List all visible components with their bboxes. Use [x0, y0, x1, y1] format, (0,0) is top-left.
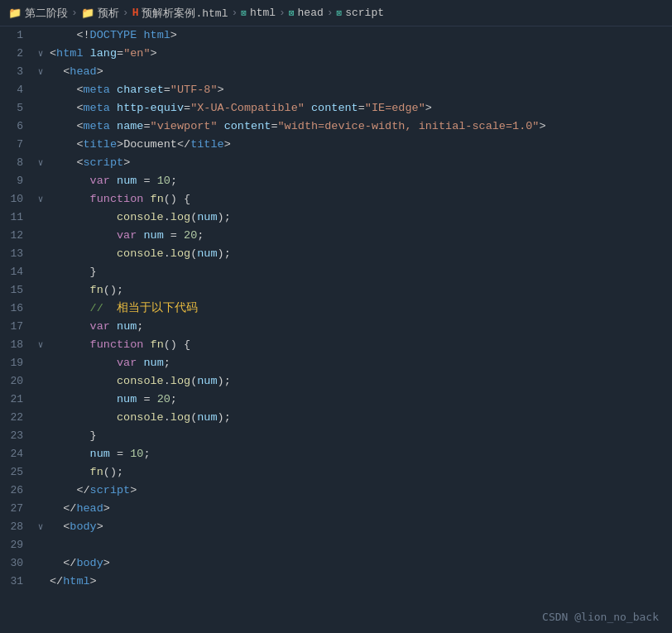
line-number: 15	[0, 281, 35, 300]
line-number: 9	[0, 172, 35, 190]
code-line: 22 console.log(num);	[0, 409, 672, 427]
script-tag-icon: ⊠	[337, 7, 343, 18]
fold-arrow[interactable]: ∨	[35, 190, 46, 209]
code-line: 30 </body>	[0, 554, 672, 573]
code-line: 12 var num = 20;	[0, 227, 672, 245]
breadcrumb-sep-5: ›	[327, 7, 334, 19]
fold-arrow[interactable]: ∨	[35, 45, 46, 63]
line-number: 29	[0, 536, 35, 554]
line-number: 21	[0, 391, 35, 409]
code-line: 23 }	[0, 427, 672, 445]
line-number: 8	[0, 154, 35, 172]
line-number: 11	[0, 209, 35, 227]
line-number: 14	[0, 263, 35, 281]
breadcrumb-item-html: ⊠ html	[241, 7, 276, 19]
code-content: </html>	[46, 573, 672, 591]
line-number: 17	[0, 318, 35, 336]
line-number: 19	[0, 354, 35, 372]
code-line: 5 <meta http-equiv="X-UA-Compatible" con…	[0, 99, 672, 117]
folder-icon-2: 📁	[81, 7, 94, 20]
code-line: 27 </head>	[0, 500, 672, 518]
breadcrumb-item-head: ⊠ head	[289, 7, 324, 19]
html-tag-icon: ⊠	[241, 7, 247, 18]
line-number: 4	[0, 81, 35, 99]
code-line: 6 <meta name="viewport" content="width=d…	[0, 117, 672, 136]
code-line: 7 <title>Document</title>	[0, 136, 672, 154]
code-content: fn();	[46, 463, 672, 482]
head-tag-icon: ⊠	[289, 7, 295, 18]
code-content: <script>	[46, 154, 672, 172]
code-content: <meta http-equiv="X-UA-Compatible" conte…	[46, 99, 672, 117]
breadcrumb-sep-1: ›	[71, 7, 78, 19]
breadcrumb-item-2: 📁 预析	[81, 6, 119, 21]
line-number: 5	[0, 99, 35, 117]
code-content: fn();	[46, 281, 672, 300]
code-content: <meta charset="UTF-8">	[46, 81, 672, 99]
code-content: var num = 20;	[46, 227, 672, 245]
breadcrumb-item-1: 📁 第二阶段	[8, 6, 68, 21]
line-number: 26	[0, 482, 35, 500]
breadcrumb-sep-2: ›	[122, 7, 129, 19]
breadcrumb-item-script: ⊠ script	[337, 7, 384, 19]
code-content: var num;	[46, 318, 672, 336]
code-line: 10 ∨ function fn() {	[0, 190, 672, 209]
code-editor[interactable]: 1 <!DOCTYPE html> 2 ∨ <html lang="en"> 3…	[0, 26, 672, 633]
breadcrumb-item-file: H 预解析案例.html	[132, 6, 228, 21]
code-line: 24 num = 10;	[0, 445, 672, 463]
code-line: 31 </html>	[0, 573, 672, 591]
fold-arrow[interactable]: ∨	[35, 518, 46, 536]
code-line: 26 </script>	[0, 482, 672, 500]
code-content: function fn() {	[46, 190, 672, 209]
fold-arrow[interactable]: ∨	[35, 154, 46, 172]
code-content: }	[46, 427, 672, 445]
code-content: num = 20;	[46, 391, 672, 409]
code-content: </head>	[46, 500, 672, 518]
line-number: 22	[0, 409, 35, 427]
line-number: 1	[0, 26, 35, 45]
code-content: <meta name="viewport" content="width=dev…	[46, 117, 672, 136]
folder-icon: 📁	[8, 7, 22, 20]
code-content: }	[46, 263, 672, 281]
code-content: <!DOCTYPE html>	[46, 26, 672, 45]
line-number: 24	[0, 445, 35, 463]
breadcrumb-sep-3: ›	[231, 7, 238, 19]
code-content: function fn() {	[46, 336, 672, 354]
line-number: 27	[0, 500, 35, 518]
line-number: 30	[0, 554, 35, 573]
code-line: 17 var num;	[0, 318, 672, 336]
code-content: num = 10;	[46, 445, 672, 463]
fold-arrow[interactable]: ∨	[35, 336, 46, 354]
code-line: 25 fn();	[0, 463, 672, 482]
code-content: console.log(num);	[46, 245, 672, 263]
line-number: 2	[0, 45, 35, 63]
code-content: <body>	[46, 518, 672, 536]
line-number: 7	[0, 136, 35, 154]
code-line: 20 console.log(num);	[0, 372, 672, 391]
code-content: var num;	[46, 354, 672, 372]
line-number: 25	[0, 463, 35, 482]
code-line: 19 var num;	[0, 354, 672, 372]
code-line: 9 var num = 10;	[0, 172, 672, 190]
code-content: console.log(num);	[46, 209, 672, 227]
code-line: 28 ∨ <body>	[0, 518, 672, 536]
line-number: 31	[0, 573, 35, 591]
code-line: 16 // 相当于以下代码	[0, 300, 672, 318]
line-number: 6	[0, 117, 35, 136]
code-line: 11 console.log(num);	[0, 209, 672, 227]
code-line: 1 <!DOCTYPE html>	[0, 26, 672, 45]
code-content: var num = 10;	[46, 172, 672, 190]
code-content: // 相当于以下代码	[46, 300, 672, 318]
code-line: 29	[0, 536, 672, 554]
code-line: 8 ∨ <script>	[0, 154, 672, 172]
html5-icon: H	[132, 7, 139, 19]
line-number: 28	[0, 518, 35, 536]
line-number: 18	[0, 336, 35, 354]
code-line: 13 console.log(num);	[0, 245, 672, 263]
code-content: console.log(num);	[46, 372, 672, 391]
code-line: 21 num = 20;	[0, 391, 672, 409]
code-line: 2 ∨ <html lang="en">	[0, 45, 672, 63]
breadcrumb: 📁 第二阶段 › 📁 预析 › H 预解析案例.html › ⊠ html › …	[0, 0, 672, 26]
fold-arrow[interactable]: ∨	[35, 63, 46, 81]
code-content: </script>	[46, 482, 672, 500]
code-line: 4 <meta charset="UTF-8">	[0, 81, 672, 99]
